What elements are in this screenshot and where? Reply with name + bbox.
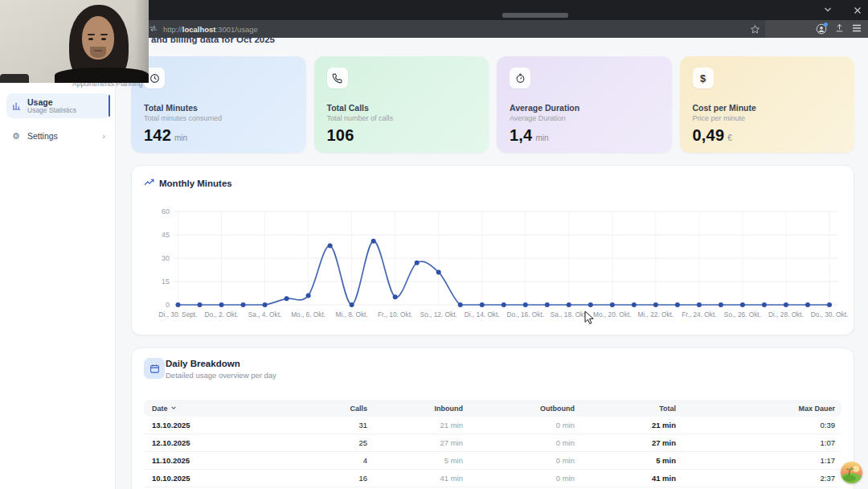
card-subtitle: Average Duration [510, 114, 659, 122]
x-tick-label: Sa., 18. Okt. [551, 310, 588, 318]
close-icon[interactable] [854, 3, 862, 18]
table-row[interactable]: 10.10.20251641 min0 min41 min2:37 [144, 470, 841, 487]
card-title: Cost per Minute [693, 103, 842, 113]
card-subtitle: Total minutes consumed [144, 114, 293, 122]
url-scheme: http:// [163, 25, 182, 34]
person-face [82, 16, 114, 60]
data-point[interactable] [653, 302, 658, 307]
x-tick-label: Di., 14. Okt. [465, 310, 500, 318]
notification-dot [824, 23, 828, 27]
sidebar-usage-sublabel: Usage Statistics [27, 107, 76, 115]
menu-icon[interactable] [852, 22, 862, 36]
card-unit: € [727, 134, 732, 142]
data-point[interactable] [306, 293, 311, 298]
card-title: Total Minutes [144, 103, 293, 113]
gear-icon: ⚙ [12, 132, 20, 141]
data-point[interactable] [328, 244, 333, 249]
daily-breakdown-card: Daily Breakdown Detailed usage overview … [131, 347, 854, 489]
address-bar[interactable]: http://localhost:3001/usage [149, 20, 258, 38]
card-unit: min [535, 134, 548, 142]
sidebar-item-usage[interactable]: Usage Usage Statistics [6, 93, 110, 118]
y-tick-label: 60 [162, 208, 170, 216]
cursor-pointer [584, 310, 595, 328]
data-point[interactable] [567, 302, 571, 307]
table-cell: 0 min [469, 421, 581, 429]
table-cell: 27 min [374, 438, 469, 447]
x-tick-label: So., 26. Okt. [724, 310, 761, 318]
data-point[interactable] [784, 302, 788, 307]
table-cell: 11.10.2025 [144, 456, 272, 465]
sidebar-item-settings[interactable]: ⚙ Settings › [6, 127, 110, 145]
x-tick-label: Mo., 20. Okt. [593, 310, 632, 318]
card-value: 106 [327, 126, 354, 145]
data-point[interactable] [523, 302, 528, 307]
x-tick-label: Fr., 24. Okt. [682, 310, 716, 318]
data-point[interactable] [632, 302, 637, 307]
column-header-total: Total [581, 405, 682, 413]
data-point[interactable] [719, 302, 723, 307]
data-point[interactable] [371, 239, 376, 244]
upload-icon[interactable] [834, 22, 845, 36]
y-tick-label: 0 [166, 301, 170, 309]
data-point[interactable] [762, 302, 767, 307]
table-cell: 13.10.2025 [144, 421, 272, 429]
sidebar-usage-label: Usage [27, 97, 76, 107]
timer-icon [510, 68, 530, 88]
data-point[interactable] [610, 302, 615, 307]
data-point[interactable] [350, 302, 354, 307]
card-subtitle: Total number of calls [327, 114, 477, 122]
table-cell: 0 min [469, 438, 581, 447]
y-tick-label: 30 [162, 254, 170, 262]
sidebar-settings-label: Settings [27, 131, 102, 141]
data-point[interactable] [805, 302, 810, 307]
calendar-icon [144, 358, 165, 379]
chevron-down-icon[interactable] [823, 3, 833, 18]
data-point[interactable] [675, 302, 680, 307]
profile-icon[interactable] [816, 23, 827, 35]
column-header-date[interactable]: Date [144, 405, 272, 413]
stat-cards-row: Total Minutes Total minutes consumed 142… [131, 56, 854, 153]
data-point[interactable] [176, 302, 181, 307]
column-header-calls: Calls [272, 405, 374, 413]
sidebar: Appointments Planning Usage Usage Statis… [0, 38, 116, 489]
data-point[interactable] [458, 302, 463, 307]
data-point[interactable] [285, 296, 289, 301]
bookmark-star-icon[interactable] [750, 23, 760, 38]
data-point[interactable] [198, 302, 203, 307]
card-value: 1,4 [510, 126, 532, 145]
data-point[interactable] [241, 302, 246, 307]
url-text[interactable]: http://localhost:3001/usage [163, 25, 258, 34]
column-header-max-dauer: Max Dauer [682, 405, 841, 413]
data-point[interactable] [415, 261, 420, 265]
data-point[interactable] [827, 302, 832, 307]
phone-icon [327, 68, 348, 88]
data-point[interactable] [480, 302, 485, 307]
dollar-icon: $ [693, 68, 714, 88]
card-subtitle: Price per minute [693, 114, 842, 122]
data-point[interactable] [588, 302, 593, 307]
island-logo[interactable] [841, 462, 862, 483]
table-row[interactable]: 12.10.20252527 min0 min27 min1:07 [144, 434, 841, 452]
table-cell: 0:39 [682, 421, 841, 429]
table-cell: 0 min [469, 456, 581, 465]
data-point[interactable] [436, 269, 441, 274]
data-point[interactable] [219, 302, 224, 307]
data-point[interactable] [502, 302, 506, 307]
data-point[interactable] [263, 302, 268, 307]
table-cell: 1:17 [682, 456, 841, 465]
table-row[interactable]: 13.10.20253121 min0 min21 min0:39 [144, 417, 841, 434]
data-point[interactable] [740, 302, 745, 307]
swap-arrows-icon[interactable] [149, 25, 158, 34]
x-tick-label: Mi., 8. Okt. [336, 310, 368, 318]
table-cell: 1:07 [682, 438, 841, 447]
table-row[interactable]: 11.10.202545 min0 min5 min1:17 [144, 452, 841, 470]
data-point[interactable] [393, 294, 398, 299]
x-tick-label: Do., 16. Okt. [506, 310, 544, 318]
monthly-minutes-chart[interactable]: 015304560Di., 30. Sept.Do., 2. Okt.Sa., … [132, 166, 855, 336]
browser-toolbar-right [765, 20, 868, 38]
column-header-inbound: Inbound [374, 405, 469, 413]
data-point[interactable] [697, 302, 702, 307]
table-cell: 2:37 [682, 474, 841, 483]
card-title: Total Calls [327, 103, 477, 113]
data-point[interactable] [545, 302, 550, 307]
